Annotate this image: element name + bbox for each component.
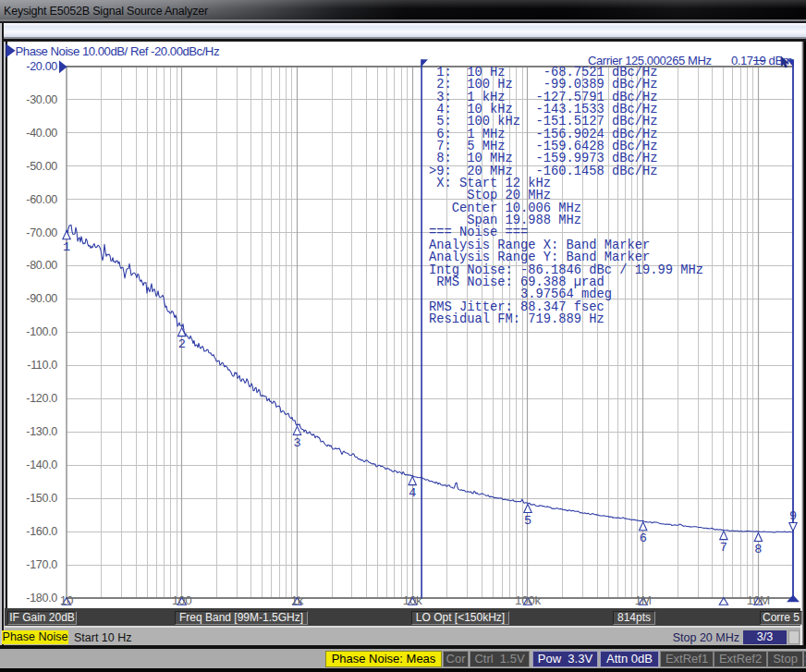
svg-text:1: 1 (63, 240, 70, 254)
svg-text:6: 6 (640, 531, 647, 545)
svg-text:8: 8 (754, 543, 762, 556)
svg-text:4: 4 (409, 486, 416, 500)
svg-text:9: 9 (789, 509, 797, 523)
svg-text:5: 5 (524, 514, 531, 528)
svg-text:7: 7 (720, 541, 727, 555)
svg-text:3: 3 (293, 436, 300, 450)
svg-text:2: 2 (178, 337, 186, 351)
